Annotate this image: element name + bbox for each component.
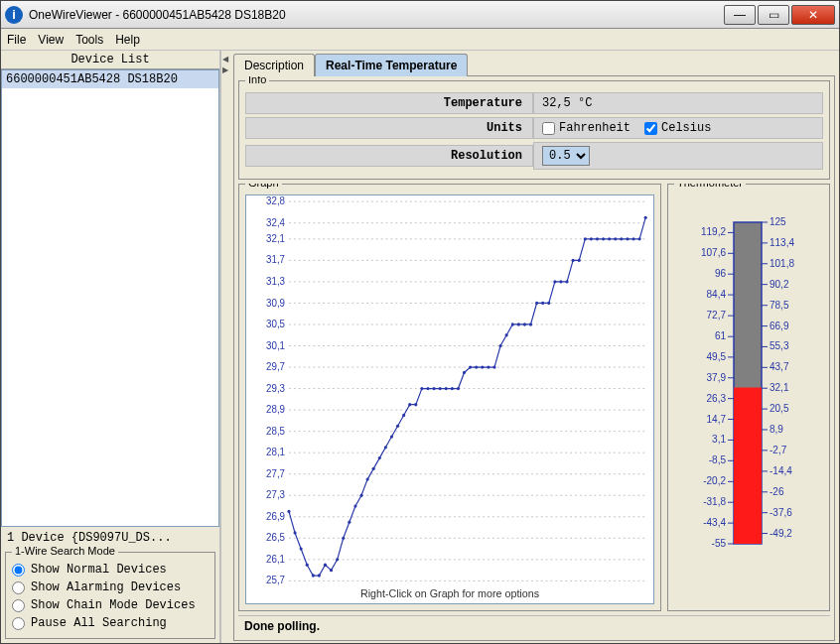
svg-text:78,5: 78,5 <box>770 300 789 311</box>
svg-point-95 <box>631 237 634 240</box>
svg-point-62 <box>433 387 436 390</box>
svg-point-65 <box>451 387 454 390</box>
tab-description[interactable]: Description <box>233 54 315 76</box>
svg-text:90,2: 90,2 <box>770 279 789 290</box>
svg-text:31,3: 31,3 <box>266 276 285 287</box>
svg-text:72,7: 72,7 <box>707 310 727 321</box>
search-mode-title: 1-Wire Search Mode <box>12 545 118 557</box>
svg-point-78 <box>529 322 532 325</box>
svg-text:25,7: 25,7 <box>266 575 285 585</box>
svg-point-56 <box>396 425 399 428</box>
resolution-select[interactable]: 0.5 <box>542 146 590 166</box>
svg-text:26,3: 26,3 <box>707 393 727 404</box>
svg-text:-26: -26 <box>770 486 784 497</box>
svg-text:27,7: 27,7 <box>266 468 285 479</box>
svg-text:30,9: 30,9 <box>266 297 285 308</box>
svg-text:101,8: 101,8 <box>770 258 794 269</box>
window-title: OneWireViewer - 6600000451AB5428 DS18B20 <box>29 8 724 22</box>
svg-text:27,3: 27,3 <box>266 489 285 500</box>
svg-point-49 <box>353 504 356 507</box>
tab-content: Info Temperature 32,5 °C Units Fahrenhei… <box>233 75 835 641</box>
radio-normal-devices[interactable]: Show Normal Devices <box>12 563 209 577</box>
maximize-button[interactable]: ▭ <box>758 5 789 25</box>
svg-text:14,7: 14,7 <box>707 414 727 425</box>
radio-alarming-devices[interactable]: Show Alarming Devices <box>12 580 209 594</box>
svg-text:29,3: 29,3 <box>266 382 285 393</box>
svg-point-55 <box>390 435 393 438</box>
thermometer-gauge: 119,2107,69684,472,76149,537,926,314,73,… <box>674 204 823 562</box>
radio-pause-search[interactable]: Pause All Searching <box>12 616 209 630</box>
svg-point-40 <box>300 547 303 550</box>
svg-point-71 <box>487 365 490 368</box>
close-button[interactable]: ✕ <box>791 5 835 25</box>
menubar: File View Tools Help <box>1 29 839 51</box>
svg-point-88 <box>590 237 593 240</box>
svg-text:125: 125 <box>770 216 786 227</box>
svg-text:32,8: 32,8 <box>266 195 285 206</box>
menu-tools[interactable]: Tools <box>75 33 103 47</box>
titlebar: i OneWireViewer - 6600000451AB5428 DS18B… <box>1 1 839 29</box>
svg-point-84 <box>565 280 568 283</box>
svg-point-75 <box>511 322 514 325</box>
thermometer-group: Thermometer 119,2107,69684,472,76149,537… <box>667 184 830 611</box>
minimize-button[interactable]: — <box>724 5 756 25</box>
svg-text:32,4: 32,4 <box>266 217 285 228</box>
device-list-header: Device List <box>1 51 219 69</box>
svg-point-82 <box>553 280 556 283</box>
svg-text:-2,7: -2,7 <box>770 445 787 455</box>
fahrenheit-checkbox[interactable]: Fahrenheit <box>542 121 630 135</box>
tab-realtime-temp[interactable]: Real-Time Temperature <box>315 54 468 76</box>
chevron-left-icon: ◀ <box>222 55 228 64</box>
svg-text:-20,2: -20,2 <box>703 475 726 486</box>
svg-point-46 <box>336 558 339 561</box>
svg-point-42 <box>312 574 315 577</box>
info-group: Info Temperature 32,5 °C Units Fahrenhei… <box>238 80 830 180</box>
radio-chain-mode[interactable]: Show Chain Mode Devices <box>12 598 209 612</box>
svg-point-83 <box>559 280 562 283</box>
svg-point-93 <box>620 237 623 240</box>
svg-text:28,1: 28,1 <box>266 447 285 457</box>
svg-point-58 <box>408 403 411 406</box>
svg-point-79 <box>535 302 538 305</box>
svg-point-67 <box>463 371 466 374</box>
units-label: Units <box>245 117 533 139</box>
svg-point-89 <box>596 237 599 240</box>
svg-point-43 <box>318 574 321 577</box>
menu-file[interactable]: File <box>7 33 26 47</box>
menu-help[interactable]: Help <box>115 33 140 47</box>
svg-text:84,4: 84,4 <box>707 289 727 300</box>
svg-text:28,5: 28,5 <box>266 426 285 437</box>
svg-text:Right-Click on Graph for more : Right-Click on Graph for more options <box>360 587 540 599</box>
svg-point-76 <box>517 322 520 325</box>
svg-point-54 <box>384 446 387 449</box>
svg-text:8,9: 8,9 <box>770 424 783 435</box>
temperature-chart[interactable]: 32,832,432,131,731,330,930,530,129,729,3… <box>245 194 654 604</box>
svg-point-90 <box>602 237 605 240</box>
svg-point-45 <box>330 569 333 572</box>
chevron-right-icon: ▶ <box>222 65 228 74</box>
svg-point-68 <box>469 365 472 368</box>
svg-text:28,9: 28,9 <box>266 404 285 415</box>
celsius-checkbox[interactable]: Celsius <box>644 121 711 135</box>
svg-text:-55: -55 <box>712 538 727 549</box>
svg-point-97 <box>644 216 647 219</box>
tab-bar: Description Real-Time Temperature <box>229 53 835 75</box>
svg-text:-49,2: -49,2 <box>770 528 792 539</box>
svg-point-52 <box>372 467 375 470</box>
svg-point-73 <box>498 344 501 347</box>
svg-text:119,2: 119,2 <box>701 226 726 237</box>
svg-text:-31,8: -31,8 <box>703 496 726 507</box>
menu-view[interactable]: View <box>38 33 64 47</box>
panel-divider[interactable]: ◀ ▶ <box>221 51 229 643</box>
svg-point-66 <box>457 387 460 390</box>
svg-point-69 <box>475 365 478 368</box>
svg-point-96 <box>638 237 641 240</box>
svg-point-74 <box>505 333 508 336</box>
device-list-item[interactable]: 6600000451AB5428 DS18B20 <box>2 70 218 88</box>
svg-text:96: 96 <box>715 268 727 279</box>
device-list[interactable]: 6600000451AB5428 DS18B20 <box>1 69 219 527</box>
app-icon: i <box>5 6 23 24</box>
svg-point-50 <box>359 494 362 497</box>
info-title: Info <box>245 75 269 85</box>
svg-rect-100 <box>734 388 762 545</box>
